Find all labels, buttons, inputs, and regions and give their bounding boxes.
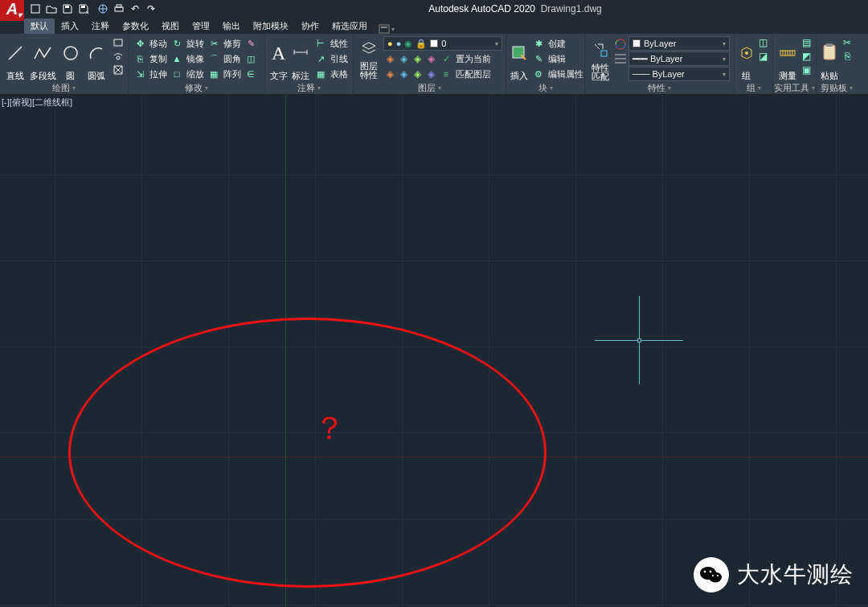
ungroup-icon[interactable]: ◫	[756, 36, 769, 49]
svg-rect-4	[115, 7, 123, 11]
measure-button[interactable]: 测量	[776, 36, 798, 81]
svg-point-8	[64, 47, 77, 59]
panel-title-groups[interactable]: 组▾	[735, 81, 772, 94]
layer-off-icon[interactable]: ◈	[383, 68, 396, 80]
drawing-canvas[interactable]: [-][俯视][二维线框] ？ 大水牛测绘	[0, 95, 868, 607]
tab-featured[interactable]: 精选应用	[326, 18, 374, 34]
linear-dim-button[interactable]: ⊢线性	[313, 36, 350, 51]
tab-insert[interactable]: 插入	[55, 18, 85, 34]
redo-icon[interactable]: ↷	[143, 1, 159, 17]
paste-button[interactable]: 粘贴	[820, 36, 839, 81]
stretch-button[interactable]: ⇲拉伸	[132, 67, 169, 81]
polyline-button[interactable]: 多段线	[29, 36, 56, 81]
select-icon[interactable]: ◩	[800, 50, 813, 63]
fillet-button[interactable]: ⌒圆角	[206, 51, 243, 66]
panel-title-modify[interactable]: 修改▾	[129, 81, 264, 94]
layer-thaw-icon[interactable]: ◈	[411, 68, 424, 80]
tab-more-icon[interactable]: ▾	[379, 24, 395, 34]
tab-manage[interactable]: 管理	[186, 18, 216, 34]
color-wheel-icon[interactable]	[614, 37, 627, 51]
group-button[interactable]: 组	[738, 36, 755, 81]
create-block-button[interactable]: ✱创建	[530, 36, 585, 51]
layer-properties-button[interactable]: 图层特性	[357, 36, 380, 80]
svg-rect-6	[379, 25, 389, 33]
crosshair-pickbox	[637, 338, 641, 342]
circle-button[interactable]: 圆	[58, 36, 82, 81]
panel-title-props[interactable]: 特性▾	[585, 81, 734, 94]
save-icon[interactable]	[59, 1, 76, 17]
qselect-icon[interactable]: ▣	[800, 64, 813, 76]
set-current-button[interactable]: ✓置为当前	[438, 51, 493, 66]
calc-icon[interactable]: ▤	[800, 36, 813, 49]
svg-rect-7	[381, 27, 387, 28]
tab-parametric[interactable]: 参数化	[116, 18, 155, 34]
tab-collab[interactable]: 协作	[295, 18, 326, 34]
props-list-icon[interactable]	[614, 52, 627, 65]
cut-icon[interactable]: ✂	[841, 36, 854, 49]
panel-title-draw[interactable]: 绘图▾	[0, 81, 128, 94]
linetype-combo[interactable]: ───ByLayer▾	[628, 67, 730, 81]
copy-clip-icon[interactable]: ⎘	[841, 50, 854, 63]
layer-unlock-icon[interactable]: ◈	[424, 68, 437, 80]
lineweight-combo[interactable]: ━━━ByLayer▾	[628, 51, 730, 66]
dimension-button[interactable]: 标注	[291, 36, 312, 81]
tab-annotate[interactable]: 注释	[85, 18, 116, 34]
edit-attr-button[interactable]: ⚙编辑属性	[530, 67, 585, 81]
rotate-button[interactable]: ↻旋转	[169, 36, 206, 51]
svg-rect-12	[601, 51, 607, 56]
table-button[interactable]: ▦表格	[313, 67, 350, 81]
layer-combo[interactable]: ●●◉🔒 0▾	[383, 36, 502, 51]
panel-title-utils[interactable]: 实用工具▾	[773, 81, 816, 94]
move-button[interactable]: ✥移动	[132, 36, 169, 51]
group-edit-icon[interactable]: ◪	[756, 50, 769, 63]
web-icon[interactable]	[95, 1, 111, 17]
svg-rect-0	[31, 5, 39, 13]
line-button[interactable]: 直线	[3, 36, 27, 81]
array-button[interactable]: ▦阵列	[206, 67, 243, 81]
layer-freeze-icon[interactable]: ◈	[411, 52, 424, 65]
hatch-icon[interactable]	[112, 50, 125, 63]
rectangle-icon[interactable]	[112, 36, 125, 49]
annotation-ellipse	[68, 318, 547, 588]
copy-button[interactable]: ⎘复制	[132, 51, 169, 66]
offset-icon[interactable]: ∈	[243, 67, 259, 81]
layer-all-icon[interactable]: ◈	[383, 52, 396, 65]
layer-lock-icon[interactable]: ◈	[424, 52, 437, 65]
tab-default[interactable]: 默认	[24, 18, 55, 34]
app-logo[interactable]: A▾	[0, 0, 24, 21]
saveas-icon[interactable]	[76, 1, 92, 17]
scale-button[interactable]: □缩放	[169, 67, 206, 81]
panel-title-layers[interactable]: 图层▾	[354, 81, 506, 94]
tab-addins[interactable]: 附加模块	[247, 18, 295, 34]
text-button[interactable]: A 文字	[268, 36, 289, 81]
open-icon[interactable]	[43, 1, 59, 17]
viewport-label[interactable]: [-][俯视][二维线框]	[2, 96, 72, 109]
undo-icon[interactable]: ↶	[127, 1, 143, 17]
watermark: 大水牛测绘	[694, 557, 854, 593]
layer-on-icon[interactable]: ◈	[397, 68, 410, 80]
explode-icon[interactable]: ◫	[243, 51, 259, 66]
annotation-question-mark: ？	[313, 406, 346, 450]
match-layer-button[interactable]: ≡匹配图层	[438, 67, 493, 81]
mirror-button[interactable]: ▲镜像	[169, 51, 206, 66]
leader-button[interactable]: ↗引线	[313, 51, 350, 66]
color-combo[interactable]: ByLayer▾	[628, 36, 730, 51]
insert-block-button[interactable]: 插入	[510, 36, 529, 81]
erase-icon[interactable]: ✎	[243, 36, 259, 51]
ellipse-icon[interactable]	[112, 64, 125, 76]
tab-output[interactable]: 输出	[216, 18, 247, 34]
new-icon[interactable]	[27, 1, 43, 17]
match-properties-button[interactable]: 特性匹配	[588, 36, 612, 81]
svg-point-10	[117, 56, 120, 59]
wechat-icon	[694, 557, 729, 593]
arc-button[interactable]: 圆弧	[84, 36, 108, 81]
tab-view[interactable]: 视图	[155, 18, 186, 34]
trim-button[interactable]: ✂修剪	[206, 36, 243, 51]
panel-title-annot[interactable]: 注释▾	[265, 81, 353, 94]
plot-icon[interactable]	[111, 1, 127, 17]
edit-block-button[interactable]: ✎编辑	[530, 51, 585, 66]
panel-title-blocks[interactable]: 块▾	[506, 81, 584, 94]
window-title: Autodesk AutoCAD 2020 Drawing1.dwg	[162, 3, 868, 14]
layer-iso-icon[interactable]: ◈	[397, 52, 410, 65]
panel-title-clip[interactable]: 剪贴板▾	[817, 81, 857, 94]
